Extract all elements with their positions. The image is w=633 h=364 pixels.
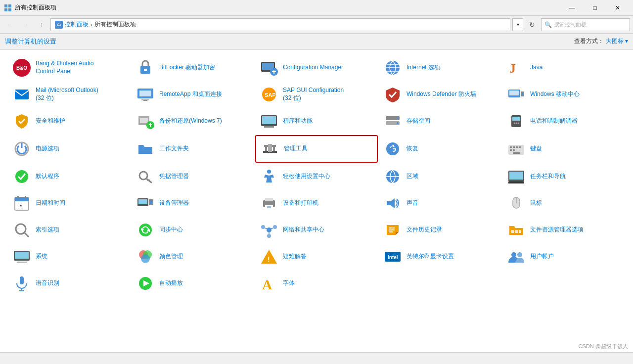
control-item-programs[interactable]: 程序和功能 <box>255 108 378 134</box>
windows-defender-label: Windows Defender 防火墙 <box>407 91 476 98</box>
svg-rect-14 <box>15 90 29 99</box>
work-folder-icon <box>136 139 155 159</box>
control-item-font[interactable]: A字体 <box>255 271 378 296</box>
control-item-mail-outlook[interactable]: Mail (Microsoft Outlook) (32 位) <box>8 82 131 107</box>
svg-rect-97 <box>511 230 514 233</box>
window-controls: — □ ✕ <box>561 0 629 16</box>
control-item-system[interactable]: 系统 <box>8 244 131 270</box>
svg-rect-5 <box>144 69 147 71</box>
intel-graphics-icon: Intel <box>383 247 403 267</box>
control-item-java[interactable]: JJava <box>502 55 625 81</box>
java-icon: J <box>506 58 526 78</box>
close-button[interactable]: ✕ <box>606 0 629 16</box>
minimize-button[interactable]: — <box>561 0 584 16</box>
control-item-keyboard[interactable]: 键盘 <box>502 135 625 163</box>
backup-icon <box>136 111 155 131</box>
control-item-windows-mobility[interactable]: Windows 移动中心 <box>502 82 625 107</box>
forward-button[interactable]: → <box>19 18 33 32</box>
control-item-index-options[interactable]: 索引选项 <box>8 217 131 243</box>
mouse-label: 鼠标 <box>530 199 542 207</box>
control-item-taskbar-nav[interactable]: 任务栏和导航 <box>502 164 625 189</box>
index-options-label: 索引选项 <box>36 226 59 234</box>
control-item-region[interactable]: 区域 <box>379 164 501 189</box>
control-item-bitlocker[interactable]: BitLocker 驱动器加密 <box>132 55 254 81</box>
storage-icon <box>383 111 403 131</box>
control-item-sync-center[interactable]: 同步中心 <box>132 217 254 243</box>
svg-rect-45 <box>273 145 275 151</box>
control-item-autoplay[interactable]: 自动播放 <box>132 271 254 296</box>
admin-tools-icon <box>260 139 280 159</box>
mouse-icon <box>506 193 526 213</box>
sap-gui-icon: SAP <box>259 85 279 104</box>
svg-point-111 <box>517 252 522 257</box>
svg-rect-80 <box>387 201 391 205</box>
control-item-default-apps[interactable]: 默认程序 <box>8 164 131 189</box>
control-item-bang-olufsen[interactable]: B&OBang & Olufsen Audio Control Panel <box>8 55 131 81</box>
control-item-sap-gui[interactable]: SAPSAP GUI Configuration (32 位) <box>255 82 378 107</box>
svg-rect-53 <box>519 146 521 148</box>
user-accounts-icon <box>506 247 526 267</box>
search-box[interactable]: 🔍 搜索控制面板 <box>541 18 630 31</box>
control-item-storage[interactable]: 存储空间 <box>379 108 501 134</box>
svg-point-35 <box>397 122 399 124</box>
address-bar: ← → ↑ 🗂 控制面板 › 所有控制面板项 ▾ ↻ 🔍 搜索控制面板 <box>0 16 633 34</box>
bang-olufsen-label: Bang & Olufsen Audio Control Panel <box>36 60 93 75</box>
view-mode-button[interactable]: 大图标 ▾ <box>606 37 628 46</box>
svg-point-39 <box>516 123 517 124</box>
date-time-icon: 15 <box>12 193 32 213</box>
control-item-config-manager[interactable]: Configuration Manager <box>255 55 378 81</box>
internet-options-icon <box>383 58 403 78</box>
svg-rect-77 <box>265 198 273 201</box>
control-item-remoteapp[interactable]: RemoteApp 和桌面连接 <box>132 82 254 107</box>
font-label: 字体 <box>283 279 295 287</box>
recovery-label: 恢复 <box>407 145 418 153</box>
control-item-speech[interactable]: 语音识别 <box>8 271 131 296</box>
svg-point-61 <box>267 170 271 174</box>
svg-point-106 <box>141 254 150 263</box>
control-item-backup[interactable]: 备份和还原(Windows 7) <box>132 108 254 134</box>
control-item-ease-access[interactable]: 轻松使用设置中心 <box>255 164 378 189</box>
control-item-date-time[interactable]: 15日期和时间 <box>8 190 131 216</box>
color-mgmt-label: 颜色管理 <box>159 253 183 261</box>
control-item-mouse[interactable]: 鼠标 <box>502 190 625 216</box>
items-grid: B&OBang & Olufsen Audio Control PanelBit… <box>8 55 625 296</box>
control-item-color-mgmt[interactable]: 颜色管理 <box>132 244 254 270</box>
svg-line-92 <box>271 228 273 229</box>
autoplay-label: 自动播放 <box>159 279 183 287</box>
control-item-phone-modem[interactable]: 电话和调制解调器 <box>502 108 625 134</box>
control-item-internet-options[interactable]: Internet 选项 <box>379 55 501 81</box>
control-item-security[interactable]: 安全和维护 <box>8 108 131 134</box>
up-button[interactable]: ↑ <box>35 18 48 32</box>
address-dropdown[interactable]: ▾ <box>512 18 523 31</box>
control-item-sound[interactable]: 声音 <box>379 190 501 216</box>
control-item-troubleshoot[interactable]: !疑难解答 <box>255 244 378 270</box>
svg-rect-68 <box>15 197 29 201</box>
control-item-credentials[interactable]: 凭据管理器 <box>132 164 254 189</box>
search-placeholder: 搜索控制面板 <box>554 21 587 28</box>
svg-rect-26 <box>140 118 148 123</box>
breadcrumb-root: 控制面板 <box>65 20 89 29</box>
control-item-file-history[interactable]: 文件历史记录 <box>379 217 501 243</box>
control-item-windows-defender[interactable]: Windows Defender 防火墙 <box>379 82 501 107</box>
control-item-work-folder[interactable]: 工作文件夹 <box>132 135 254 163</box>
control-item-user-accounts[interactable]: 用户帐户 <box>502 244 625 270</box>
index-options-icon <box>12 220 32 240</box>
control-item-file-explorer-opts[interactable]: 文件资源管理器选项 <box>502 217 625 243</box>
svg-text:15: 15 <box>18 204 22 208</box>
control-item-device-manager[interactable]: 设备管理器 <box>132 190 254 216</box>
svg-point-40 <box>518 123 519 124</box>
address-path[interactable]: 🗂 控制面板 › 所有控制面板项 <box>50 18 510 31</box>
control-item-intel-graphics[interactable]: Intel英特尔® 显卡设置 <box>379 244 501 270</box>
keyboard-icon <box>506 139 526 159</box>
svg-rect-52 <box>516 146 518 148</box>
control-item-recovery[interactable]: 恢复 <box>379 135 501 163</box>
refresh-button[interactable]: ↻ <box>525 18 539 32</box>
control-item-admin-tools[interactable]: 管理工具 <box>255 135 378 163</box>
svg-point-110 <box>511 252 516 257</box>
maximize-button[interactable]: □ <box>584 0 606 16</box>
control-item-devices-printers[interactable]: 设备和打印机 <box>255 190 378 216</box>
recovery-icon <box>383 139 403 159</box>
control-item-power[interactable]: 电源选项 <box>8 135 131 163</box>
back-button[interactable]: ← <box>3 18 17 32</box>
control-item-network-sharing[interactable]: 网络和共享中心 <box>255 217 378 243</box>
